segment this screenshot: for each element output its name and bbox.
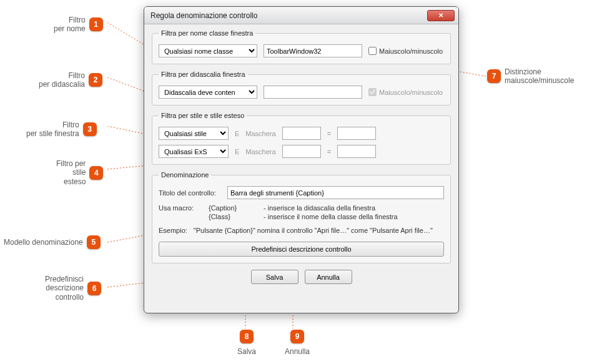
usa-macro-label: Usa macro: [159,204,202,212]
group-classname: Filtra per nome classe finestra Qualsias… [152,29,451,64]
macro-class: {Class} [209,213,257,220]
caption-input[interactable] [264,86,362,99]
annotation-label: Salva [237,347,256,356]
legend-naming: Denominazione [159,171,211,179]
macro-class-desc: - inserisce il nome della classe della f… [264,213,444,220]
exstyle-mask-label: Maschera [245,148,275,155]
annotation-label: Distinzione maiuscole/minuscole [505,67,574,86]
annotation-label: Filtro per nome [54,16,86,34]
caption-case-box [368,88,377,96]
example-label: Esempio: [159,227,187,234]
control-title-input[interactable] [227,186,444,199]
exstyle-mask-1 [282,145,321,158]
preset-description-button[interactable]: Predefinisci descrizione controllo [159,242,444,257]
cancel-button[interactable]: Annulla [305,270,352,284]
annotation-label: Filtro per didascalia [39,71,85,89]
exstyle-combo[interactable]: Qualisasi ExStyle [159,145,229,158]
legend-caption: Filtra per didascalia finestra [159,71,248,78]
annotation-badge-2: 2 [89,73,102,87]
classname-combo[interactable]: Qualsiasi nome classe [159,44,257,57]
annotation-badge-3: 3 [83,122,97,136]
exstyle-e-label: E [235,148,239,155]
annotation-label: Annulla [285,347,310,356]
macro-caption: {Caption} [209,204,257,212]
annotation-badge-1: 1 [89,17,103,31]
annotation-badge-8: 8 [240,330,254,343]
annotation-badge-4: 4 [89,166,103,180]
annotation-badge-6: 6 [87,282,101,295]
annotation-badge-7: 7 [487,69,501,83]
group-style: Filtra per stile e stile esteso Qualsias… [152,112,451,165]
classname-case-box[interactable] [368,47,377,55]
annotation-label: Predefinisci descrizione controllo [45,275,84,302]
annotation-badge-9: 9 [290,330,304,343]
style-mask-label: Maschera [245,130,275,137]
control-title-label: Titolo del controllo: [159,189,221,197]
annotation-label: Filtro per stile finestra [26,121,79,139]
titlebar[interactable]: Regola denominazione controllo ✕ [144,7,458,24]
style-combo[interactable]: Qualsiasi stile [159,127,229,140]
dialog-title: Regola denominazione controllo [150,11,257,20]
exstyle-mask-2 [337,145,376,158]
legend-style: Filtra per stile e stile esteso [159,112,247,119]
style-mask-1 [282,127,321,140]
caption-case-checkbox: Maiuscolo/minuscolo [368,88,443,96]
macro-caption-desc: - inserisce la didascalia della finestra [264,204,444,212]
close-icon: ✕ [438,12,443,19]
group-naming: Denominazione Titolo del controllo: Usa … [152,171,451,263]
style-mask-2 [337,127,376,140]
style-eq: = [327,130,331,137]
annotation-label: Filtro per stile esteso [56,159,86,186]
annotation-label: Modello denominazione [4,238,83,247]
classname-case-checkbox[interactable]: Maiuscolo/minuscolo [368,47,443,55]
dialog: Regola denominazione controllo ✕ Filtra … [144,6,459,313]
caption-combo[interactable]: Didascalia deve contenere [159,86,257,99]
annotation-badge-5: 5 [87,235,101,249]
exstyle-eq: = [327,148,331,155]
caption-case-label: Maiuscolo/minuscolo [379,89,443,96]
classname-input[interactable] [264,44,362,57]
group-caption: Filtra per didascalia finestra Didascali… [152,71,451,106]
save-button[interactable]: Salva [251,270,298,284]
example-text: "Pulsante {Caption}" nomina il controllo… [194,227,433,234]
style-e-label: E [235,130,239,137]
classname-case-label: Maiuscolo/minuscolo [379,47,443,55]
close-button[interactable]: ✕ [427,10,455,21]
legend-classname: Filtra per nome classe finestra [159,29,255,37]
